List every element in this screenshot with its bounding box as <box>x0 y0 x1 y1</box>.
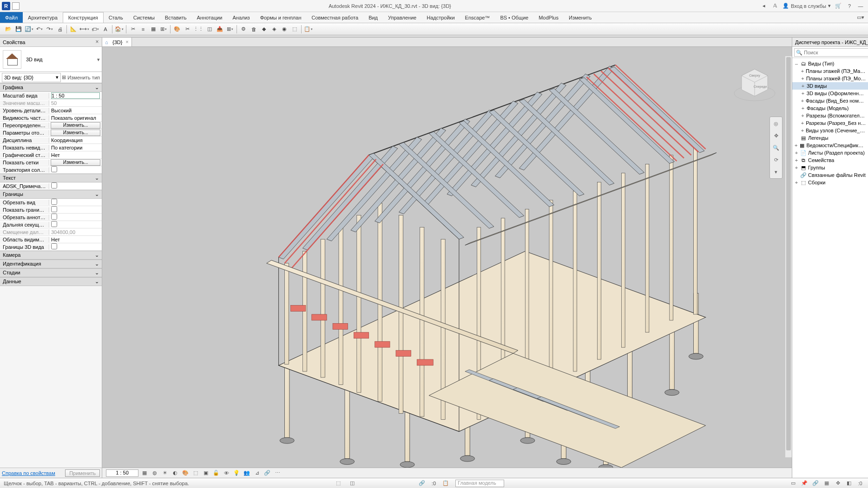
tree-item[interactable]: +⬚Сборки <box>792 179 868 186</box>
sb-drag-icon[interactable]: ✥ <box>834 479 842 488</box>
ribbon-tab-addins[interactable]: Надстройки <box>421 12 460 23</box>
group-text[interactable]: Текст⌄ <box>0 174 102 182</box>
prop-farclip-value[interactable] <box>49 221 102 228</box>
main-model-combo[interactable]: Главная модель <box>455 480 504 487</box>
tree-item[interactable]: +📄Листы (Раздел проекта) <box>792 149 868 156</box>
analytical-icon[interactable]: ⊿ <box>253 469 261 477</box>
ribbon-tab-systems[interactable]: Системы <box>128 12 160 23</box>
render-icon[interactable]: 🎨 <box>181 469 190 477</box>
ribbon-tab-modify[interactable]: Изменить <box>564 12 597 23</box>
tree-item[interactable]: +Фасады (Модель) <box>792 104 868 112</box>
tree-toggle-icon[interactable]: + <box>801 91 805 96</box>
view-scale-combo[interactable]: 1 : 50 <box>106 469 138 477</box>
ribbon-tab-view[interactable]: Вид <box>363 12 383 23</box>
prop-grids-button[interactable]: Изменить... <box>51 159 100 166</box>
tree-item[interactable]: 🔗Связанные файлы Revit <box>792 171 868 179</box>
tree-item[interactable]: +Планы этажей (ПЭ_Маркировоч <box>792 67 868 75</box>
group-identity[interactable]: Идентификация⌄ <box>0 260 102 268</box>
group-graphics[interactable]: Графика⌄ <box>0 83 102 92</box>
ribbon-tab-steel[interactable]: Сталь <box>104 12 128 23</box>
tag-icon[interactable]: 🏷 <box>91 25 100 34</box>
tree-toggle-icon[interactable]: + <box>801 120 804 126</box>
tree-toggle-icon[interactable]: + <box>794 143 798 148</box>
type-selector[interactable]: 3D вид ▾ <box>0 47 102 72</box>
split-icon[interactable]: ✂ <box>183 25 192 34</box>
sb-filter-icon[interactable]: :0 <box>856 479 864 488</box>
prop-scope-value[interactable]: Нет <box>49 237 102 242</box>
mirror-icon[interactable]: ◫ <box>205 25 214 34</box>
tree-toggle-icon[interactable]: + <box>801 113 805 118</box>
sb-select-icon[interactable]: ▭ <box>789 479 797 488</box>
plugin3-icon[interactable]: ◉ <box>280 25 289 34</box>
group-extents[interactable]: Границы⌄ <box>0 190 102 199</box>
purge-icon[interactable]: 🗑 <box>249 25 258 34</box>
section-icon[interactable]: ✂ <box>128 25 138 34</box>
browser-search-input[interactable] <box>794 48 868 57</box>
prop-vg-button[interactable]: Изменить... <box>51 122 100 129</box>
tree-toggle-icon[interactable]: + <box>794 180 799 185</box>
prop-secbox-value[interactable] <box>49 243 102 250</box>
minimize-window-icon[interactable]: — <box>857 2 864 10</box>
view-extra-icon[interactable]: ⋯ <box>273 469 282 477</box>
prop-note-value[interactable] <box>49 182 102 189</box>
sb-underlay-icon[interactable]: ▦ <box>822 479 831 488</box>
visual-style-icon[interactable]: ◍ <box>151 469 159 477</box>
redo-icon[interactable]: ↷ <box>45 25 54 34</box>
thin-lines-icon[interactable]: ≡ <box>138 25 148 34</box>
tree-toggle-icon[interactable]: + <box>801 83 805 89</box>
sync-icon[interactable]: 🔄 <box>24 25 34 34</box>
crop-region-icon[interactable]: ▣ <box>202 469 210 477</box>
history-arrow-icon[interactable]: ◂ <box>760 2 768 10</box>
full-nav-wheel-icon[interactable]: ◎ <box>771 119 781 128</box>
zoom-icon[interactable]: 🔍 <box>771 143 781 152</box>
tree-item[interactable]: –🗂Виды (Тип) <box>792 60 868 67</box>
properties-help-link[interactable]: Справка по свойствам <box>2 470 55 476</box>
prop-annocrop-value[interactable] <box>49 214 102 221</box>
text-icon[interactable]: A <box>101 25 110 34</box>
save-icon[interactable]: 💾 <box>14 25 23 34</box>
spot-icon[interactable]: ⚙ <box>239 25 248 34</box>
ribbon-tab-structure[interactable]: Конструкция <box>63 12 104 23</box>
tree-toggle-icon[interactable]: + <box>801 76 805 81</box>
viewcube[interactable]: Сверху Спереди <box>731 61 778 107</box>
orbit-icon[interactable]: ⟳ <box>771 155 781 164</box>
prop-sun-value[interactable] <box>49 166 102 173</box>
signin-button[interactable]: 👤 Вход в службы ▾ <box>783 3 831 9</box>
tree-toggle-icon[interactable]: + <box>794 150 799 156</box>
group-camera[interactable]: Камера⌄ <box>0 251 102 260</box>
revit-app-icon[interactable]: R <box>2 2 10 10</box>
switch-windows-icon[interactable]: ⊞ <box>159 25 168 34</box>
shadows-icon[interactable]: ◐ <box>171 469 179 477</box>
ribbon-tab-bs[interactable]: BS • Общие <box>495 12 533 23</box>
document-icon[interactable] <box>12 2 20 10</box>
align-dim-icon[interactable]: ⟷ <box>79 25 90 34</box>
select-links-icon[interactable]: 🔗 <box>418 479 426 488</box>
design-options-icon[interactable]: ◫ <box>348 479 356 488</box>
tree-item[interactable]: +⧉Семейства <box>792 156 868 164</box>
measure-icon[interactable]: 📐 <box>69 25 78 34</box>
editable-only-icon[interactable]: 📋 <box>441 479 450 488</box>
tree-item[interactable]: +Разрезы (Разрез_Без номера л <box>792 119 868 127</box>
group-data[interactable]: Данные⌄ <box>0 277 102 286</box>
ribbon-tab-insert[interactable]: Вставить <box>160 12 192 23</box>
sb-pin-icon[interactable]: 📌 <box>800 479 809 488</box>
prop-gstyle-value[interactable]: Нет <box>49 152 102 158</box>
grid-icon[interactable]: ⊞ <box>225 25 235 34</box>
tree-toggle-icon[interactable]: + <box>794 165 799 170</box>
ribbon-panel-icon[interactable]: ▭▾ <box>857 14 864 21</box>
ribbon-tab-annotate[interactable]: Аннотации <box>192 12 228 23</box>
tree-toggle-icon[interactable]: + <box>801 98 804 104</box>
tree-item[interactable]: +3D виды (Оформленный) <box>792 90 868 97</box>
reveal-constraints-icon[interactable]: 🔗 <box>263 469 271 477</box>
plugin4-icon[interactable]: ⬚ <box>290 25 299 34</box>
tree-item[interactable]: +▦Ведомости/Спецификации (Н <box>792 142 868 149</box>
unlock-icon[interactable]: 🔓 <box>212 469 220 477</box>
temp-hide-icon[interactable]: 👁 <box>222 469 230 477</box>
tree-toggle-icon[interactable]: + <box>801 68 804 74</box>
close-hidden-icon[interactable]: ▦ <box>149 25 158 34</box>
tree-item[interactable]: +Разрезы (Вспомогательный) <box>792 112 868 119</box>
ribbon-tab-analyze[interactable]: Анализ <box>227 12 255 23</box>
group-phasing[interactable]: Стадии⌄ <box>0 268 102 277</box>
sb-link-icon[interactable]: 🔗 <box>811 479 820 488</box>
undo-icon[interactable]: ↶ <box>35 25 44 34</box>
